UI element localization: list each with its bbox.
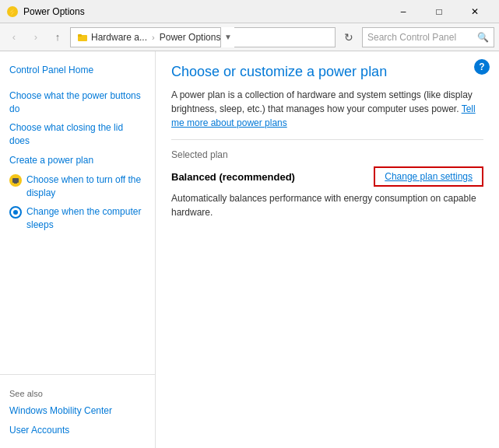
search-icon: 🔍 [477, 32, 489, 43]
maximize-button[interactable]: □ [421, 0, 457, 23]
main-container: Control Panel Home Choose what the power… [0, 51, 499, 448]
refresh-button[interactable]: ↻ [339, 27, 359, 47]
title-bar: ⚡ Power Options – □ ✕ [0, 0, 499, 23]
sidebar-see-also-title: See also [0, 383, 155, 401]
change-plan-button[interactable]: Change plan settings [374, 166, 483, 187]
sidebar-link-create-plan[interactable]: Create a power plan [0, 151, 155, 170]
content-title: Choose or customize a power plan [171, 64, 483, 80]
svg-rect-3 [78, 34, 82, 37]
breadcrumb-sep: › [152, 33, 155, 42]
title-bar-buttons: – □ ✕ [385, 0, 493, 23]
sidebar-bottom: See also Windows Mobility Center User Ac… [0, 374, 155, 448]
plan-description: Automatically balances performance with … [171, 191, 483, 219]
content-description: A power plan is a collection of hardware… [171, 88, 483, 130]
svg-rect-4 [12, 178, 19, 183]
divider [171, 139, 483, 140]
selected-plan-label: Selected plan [171, 149, 483, 160]
sidebar-link-computer-sleeps-container: Change when the computer sleeps [0, 202, 155, 235]
forward-button[interactable]: › [26, 28, 45, 47]
breadcrumb-hardware: Hardware a... [91, 32, 147, 43]
svg-text:⚡: ⚡ [8, 7, 18, 17]
sidebar-icon-computer-sleeps [9, 206, 22, 219]
title-bar-title: Power Options [23, 6, 385, 17]
minimize-button[interactable]: – [385, 0, 421, 23]
search-placeholder: Search Control Panel [367, 32, 456, 43]
sidebar: Control Panel Home Choose what the power… [0, 51, 156, 448]
folder-icon [77, 32, 88, 43]
sidebar-nav: Control Panel Home Choose what the power… [0, 61, 155, 374]
up-button[interactable]: ↑ [48, 28, 67, 47]
sidebar-link-turn-off-display-container: Choose when to turn off the display [0, 170, 155, 203]
search-field[interactable]: Search Control Panel 🔍 [362, 27, 494, 47]
plan-name: Balanced (recommended) [171, 171, 295, 183]
back-button[interactable]: ‹ [5, 28, 23, 47]
sidebar-link-user-accounts[interactable]: User Accounts [0, 421, 155, 440]
address-field[interactable]: Hardware a... › Power Options ▼ [70, 27, 336, 47]
sidebar-link-turn-off-display[interactable]: Choose when to turn off the display [26, 173, 146, 200]
address-dropdown-button[interactable]: ▼ [220, 27, 234, 47]
address-bar: ‹ › ↑ Hardware a... › Power Options ▼ ↻ … [0, 23, 499, 51]
sidebar-link-mobility-center[interactable]: Windows Mobility Center [0, 401, 155, 421]
svg-point-6 [13, 210, 18, 215]
sidebar-link-closing-lid[interactable]: Choose what closing the lid does [0, 118, 155, 151]
sidebar-link-computer-sleeps[interactable]: Change when the computer sleeps [26, 205, 146, 232]
close-button[interactable]: ✕ [457, 0, 493, 23]
help-button[interactable]: ? [474, 59, 490, 75]
content-area: ? Choose or customize a power plan A pow… [156, 51, 499, 448]
plan-row: Balanced (recommended) Change plan setti… [171, 166, 483, 187]
sidebar-link-power-buttons[interactable]: Choose what the power buttons do [0, 86, 155, 119]
sidebar-icon-turn-off-display [9, 174, 22, 187]
title-bar-icon: ⚡ [6, 5, 19, 18]
breadcrumb-power-options: Power Options [160, 32, 221, 43]
sidebar-control-panel-home[interactable]: Control Panel Home [0, 61, 155, 80]
svg-rect-5 [14, 183, 17, 184]
